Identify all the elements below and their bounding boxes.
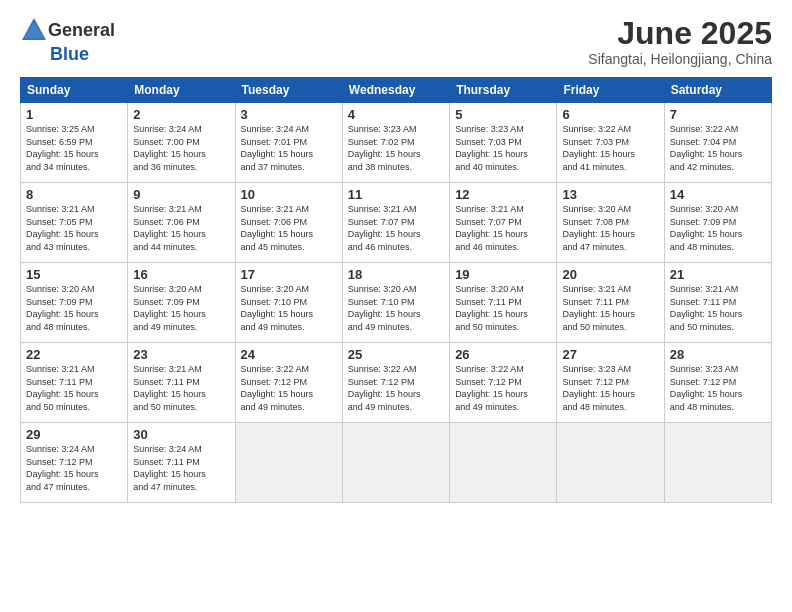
day-number: 29 [26, 427, 122, 442]
calendar-week-row: 8Sunrise: 3:21 AMSunset: 7:05 PMDaylight… [21, 183, 772, 263]
table-row: 14Sunrise: 3:20 AMSunset: 7:09 PMDayligh… [664, 183, 771, 263]
day-info: Sunrise: 3:22 AMSunset: 7:03 PMDaylight:… [562, 123, 658, 173]
day-number: 12 [455, 187, 551, 202]
day-info: Sunrise: 3:24 AMSunset: 7:12 PMDaylight:… [26, 443, 122, 493]
day-detail: Sunrise: 3:20 AM [133, 283, 229, 296]
day-detail: Sunset: 7:03 PM [455, 136, 551, 149]
day-info: Sunrise: 3:20 AMSunset: 7:09 PMDaylight:… [670, 203, 766, 253]
day-detail: and 47 minutes. [133, 481, 229, 494]
daylight-label: Daylight: 15 hours [241, 228, 337, 241]
day-detail: and 50 minutes. [133, 401, 229, 414]
day-info: Sunrise: 3:25 AMSunset: 6:59 PMDaylight:… [26, 123, 122, 173]
day-detail: Sunrise: 3:22 AM [562, 123, 658, 136]
day-detail: and 49 minutes. [348, 321, 444, 334]
day-detail: Sunrise: 3:22 AM [670, 123, 766, 136]
day-info: Sunrise: 3:22 AMSunset: 7:12 PMDaylight:… [241, 363, 337, 413]
day-number: 4 [348, 107, 444, 122]
day-info: Sunrise: 3:21 AMSunset: 7:06 PMDaylight:… [241, 203, 337, 253]
day-detail: Sunset: 7:02 PM [348, 136, 444, 149]
col-saturday: Saturday [664, 78, 771, 103]
table-row [235, 423, 342, 503]
day-number: 21 [670, 267, 766, 282]
day-detail: Sunset: 7:12 PM [670, 376, 766, 389]
day-detail: Sunset: 7:08 PM [562, 216, 658, 229]
day-info: Sunrise: 3:22 AMSunset: 7:12 PMDaylight:… [455, 363, 551, 413]
table-row: 26Sunrise: 3:22 AMSunset: 7:12 PMDayligh… [450, 343, 557, 423]
day-detail: Sunrise: 3:20 AM [348, 283, 444, 296]
table-row [557, 423, 664, 503]
day-info: Sunrise: 3:20 AMSunset: 7:10 PMDaylight:… [241, 283, 337, 333]
day-detail: Sunset: 7:01 PM [241, 136, 337, 149]
day-detail: Sunrise: 3:21 AM [26, 203, 122, 216]
day-detail: and 48 minutes. [26, 321, 122, 334]
title-block: June 2025 Sifangtai, Heilongjiang, China [588, 16, 772, 67]
day-number: 19 [455, 267, 551, 282]
day-detail: Sunrise: 3:21 AM [348, 203, 444, 216]
day-number: 24 [241, 347, 337, 362]
daylight-label: Daylight: 15 hours [26, 228, 122, 241]
day-number: 16 [133, 267, 229, 282]
logo: General Blue [20, 16, 115, 65]
day-detail: and 40 minutes. [455, 161, 551, 174]
table-row: 7Sunrise: 3:22 AMSunset: 7:04 PMDaylight… [664, 103, 771, 183]
day-detail: and 37 minutes. [241, 161, 337, 174]
day-info: Sunrise: 3:20 AMSunset: 7:09 PMDaylight:… [26, 283, 122, 333]
day-number: 22 [26, 347, 122, 362]
daylight-label: Daylight: 15 hours [670, 228, 766, 241]
daylight-label: Daylight: 15 hours [562, 308, 658, 321]
day-info: Sunrise: 3:20 AMSunset: 7:11 PMDaylight:… [455, 283, 551, 333]
col-sunday: Sunday [21, 78, 128, 103]
calendar-week-row: 15Sunrise: 3:20 AMSunset: 7:09 PMDayligh… [21, 263, 772, 343]
day-detail: Sunrise: 3:23 AM [562, 363, 658, 376]
logo-general: General [48, 20, 115, 41]
day-number: 14 [670, 187, 766, 202]
daylight-label: Daylight: 15 hours [670, 148, 766, 161]
day-info: Sunrise: 3:21 AMSunset: 7:06 PMDaylight:… [133, 203, 229, 253]
day-detail: Sunrise: 3:23 AM [348, 123, 444, 136]
day-number: 28 [670, 347, 766, 362]
table-row: 6Sunrise: 3:22 AMSunset: 7:03 PMDaylight… [557, 103, 664, 183]
day-detail: Sunset: 7:03 PM [562, 136, 658, 149]
day-detail: Sunset: 7:12 PM [455, 376, 551, 389]
day-detail: Sunrise: 3:21 AM [133, 203, 229, 216]
daylight-label: Daylight: 15 hours [241, 388, 337, 401]
day-number: 11 [348, 187, 444, 202]
day-detail: and 44 minutes. [133, 241, 229, 254]
day-number: 6 [562, 107, 658, 122]
day-number: 15 [26, 267, 122, 282]
day-detail: Sunrise: 3:21 AM [562, 283, 658, 296]
table-row: 25Sunrise: 3:22 AMSunset: 7:12 PMDayligh… [342, 343, 449, 423]
day-number: 18 [348, 267, 444, 282]
calendar-title: June 2025 [588, 16, 772, 51]
table-row: 22Sunrise: 3:21 AMSunset: 7:11 PMDayligh… [21, 343, 128, 423]
day-detail: Sunrise: 3:25 AM [26, 123, 122, 136]
day-detail: and 48 minutes. [562, 401, 658, 414]
day-detail: Sunrise: 3:21 AM [26, 363, 122, 376]
daylight-label: Daylight: 15 hours [26, 388, 122, 401]
day-detail: Sunrise: 3:24 AM [133, 443, 229, 456]
daylight-label: Daylight: 15 hours [26, 148, 122, 161]
day-detail: and 36 minutes. [133, 161, 229, 174]
day-detail: Sunrise: 3:24 AM [241, 123, 337, 136]
daylight-label: Daylight: 15 hours [348, 388, 444, 401]
day-detail: and 49 minutes. [133, 321, 229, 334]
day-detail: Sunrise: 3:20 AM [241, 283, 337, 296]
table-row: 12Sunrise: 3:21 AMSunset: 7:07 PMDayligh… [450, 183, 557, 263]
day-detail: and 46 minutes. [455, 241, 551, 254]
day-number: 3 [241, 107, 337, 122]
daylight-label: Daylight: 15 hours [348, 228, 444, 241]
day-number: 2 [133, 107, 229, 122]
day-detail: and 41 minutes. [562, 161, 658, 174]
day-number: 23 [133, 347, 229, 362]
day-info: Sunrise: 3:21 AMSunset: 7:11 PMDaylight:… [26, 363, 122, 413]
col-friday: Friday [557, 78, 664, 103]
col-monday: Monday [128, 78, 235, 103]
day-detail: Sunset: 7:11 PM [562, 296, 658, 309]
day-detail: and 48 minutes. [670, 401, 766, 414]
day-info: Sunrise: 3:23 AMSunset: 7:03 PMDaylight:… [455, 123, 551, 173]
table-row: 3Sunrise: 3:24 AMSunset: 7:01 PMDaylight… [235, 103, 342, 183]
table-row: 2Sunrise: 3:24 AMSunset: 7:00 PMDaylight… [128, 103, 235, 183]
table-row: 8Sunrise: 3:21 AMSunset: 7:05 PMDaylight… [21, 183, 128, 263]
day-detail: Sunset: 7:11 PM [133, 376, 229, 389]
day-detail: Sunrise: 3:22 AM [241, 363, 337, 376]
